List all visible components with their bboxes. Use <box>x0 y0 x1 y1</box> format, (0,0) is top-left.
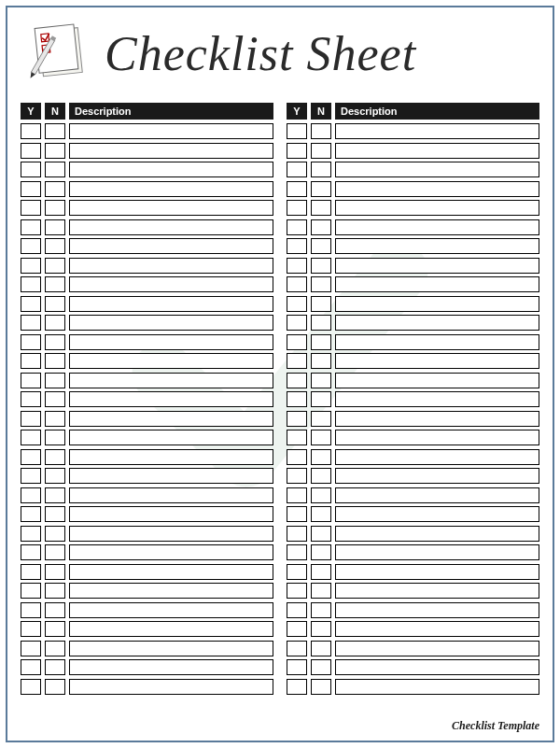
checkbox-y[interactable] <box>21 353 41 369</box>
description-field[interactable] <box>335 659 539 675</box>
checkbox-y[interactable] <box>287 162 307 177</box>
description-field[interactable] <box>69 181 273 197</box>
checkbox-n[interactable] <box>311 679 331 695</box>
checkbox-n[interactable] <box>311 162 331 177</box>
checkbox-n[interactable] <box>311 353 331 369</box>
checkbox-n[interactable] <box>311 276 331 292</box>
checkbox-y[interactable] <box>287 219 307 235</box>
description-field[interactable] <box>69 276 273 292</box>
description-field[interactable] <box>69 391 273 407</box>
checkbox-y[interactable] <box>287 679 307 695</box>
checkbox-n[interactable] <box>45 583 65 599</box>
description-field[interactable] <box>69 315 273 331</box>
description-field[interactable] <box>335 679 539 695</box>
checkbox-n[interactable] <box>45 564 65 580</box>
checkbox-y[interactable] <box>21 449 41 465</box>
checkbox-y[interactable] <box>21 391 41 407</box>
description-field[interactable] <box>335 353 539 369</box>
description-field[interactable] <box>69 487 273 503</box>
description-field[interactable] <box>335 373 539 388</box>
checkbox-n[interactable] <box>311 373 331 388</box>
checkbox-y[interactable] <box>287 564 307 580</box>
checkbox-y[interactable] <box>287 296 307 312</box>
description-field[interactable] <box>335 296 539 312</box>
checkbox-n[interactable] <box>45 449 65 465</box>
checkbox-y[interactable] <box>287 641 307 656</box>
description-field[interactable] <box>335 315 539 331</box>
checkbox-y[interactable] <box>287 353 307 369</box>
checkbox-n[interactable] <box>45 641 65 656</box>
description-field[interactable] <box>335 276 539 292</box>
description-field[interactable] <box>69 641 273 656</box>
checkbox-n[interactable] <box>45 373 65 388</box>
checkbox-y[interactable] <box>287 468 307 484</box>
checkbox-n[interactable] <box>45 353 65 369</box>
description-field[interactable] <box>335 258 539 274</box>
checkbox-n[interactable] <box>311 219 331 235</box>
checkbox-y[interactable] <box>287 181 307 197</box>
checkbox-n[interactable] <box>311 641 331 656</box>
checkbox-y[interactable] <box>21 373 41 388</box>
checkbox-n[interactable] <box>311 334 331 350</box>
checkbox-n[interactable] <box>311 296 331 312</box>
checkbox-y[interactable] <box>21 143 41 159</box>
checkbox-y[interactable] <box>287 276 307 292</box>
checkbox-n[interactable] <box>311 544 331 560</box>
checkbox-y[interactable] <box>21 181 41 197</box>
description-field[interactable] <box>335 162 539 177</box>
checkbox-y[interactable] <box>287 659 307 675</box>
checkbox-y[interactable] <box>287 621 307 637</box>
checkbox-n[interactable] <box>311 449 331 465</box>
checkbox-y[interactable] <box>287 334 307 350</box>
checkbox-n[interactable] <box>311 123 331 139</box>
checkbox-n[interactable] <box>45 602 65 618</box>
checkbox-n[interactable] <box>311 200 331 216</box>
checkbox-n[interactable] <box>45 162 65 177</box>
description-field[interactable] <box>335 602 539 618</box>
checkbox-y[interactable] <box>21 200 41 216</box>
checkbox-n[interactable] <box>311 487 331 503</box>
checkbox-n[interactable] <box>311 621 331 637</box>
checkbox-y[interactable] <box>287 123 307 139</box>
description-field[interactable] <box>69 449 273 465</box>
checkbox-n[interactable] <box>45 123 65 139</box>
checkbox-n[interactable] <box>45 315 65 331</box>
checkbox-y[interactable] <box>287 526 307 542</box>
checkbox-y[interactable] <box>21 487 41 503</box>
checkbox-n[interactable] <box>45 506 65 522</box>
checkbox-y[interactable] <box>21 296 41 312</box>
checkbox-y[interactable] <box>21 430 41 445</box>
description-field[interactable] <box>69 430 273 445</box>
description-field[interactable] <box>69 468 273 484</box>
description-field[interactable] <box>69 219 273 235</box>
description-field[interactable] <box>335 583 539 599</box>
checkbox-y[interactable] <box>21 506 41 522</box>
description-field[interactable] <box>69 411 273 427</box>
checkbox-n[interactable] <box>311 564 331 580</box>
description-field[interactable] <box>335 123 539 139</box>
checkbox-n[interactable] <box>311 315 331 331</box>
checkbox-y[interactable] <box>21 679 41 695</box>
checkbox-n[interactable] <box>45 659 65 675</box>
description-field[interactable] <box>335 526 539 542</box>
description-field[interactable] <box>69 583 273 599</box>
checkbox-n[interactable] <box>311 430 331 445</box>
description-field[interactable] <box>335 487 539 503</box>
checkbox-y[interactable] <box>21 583 41 599</box>
description-field[interactable] <box>335 143 539 159</box>
checkbox-y[interactable] <box>21 334 41 350</box>
checkbox-n[interactable] <box>45 238 65 254</box>
checkbox-y[interactable] <box>21 411 41 427</box>
checkbox-y[interactable] <box>287 449 307 465</box>
checkbox-y[interactable] <box>287 544 307 560</box>
description-field[interactable] <box>335 181 539 197</box>
description-field[interactable] <box>335 468 539 484</box>
checkbox-y[interactable] <box>287 258 307 274</box>
description-field[interactable] <box>335 200 539 216</box>
checkbox-n[interactable] <box>45 181 65 197</box>
checkbox-n[interactable] <box>311 258 331 274</box>
description-field[interactable] <box>69 353 273 369</box>
checkbox-n[interactable] <box>45 391 65 407</box>
checkbox-y[interactable] <box>287 143 307 159</box>
description-field[interactable] <box>69 679 273 695</box>
